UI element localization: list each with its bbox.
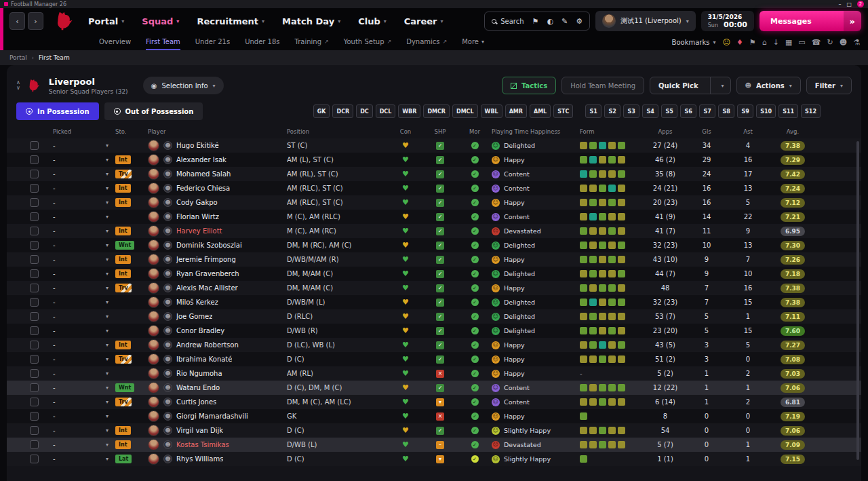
player-profile-icon[interactable]: ☻ (163, 198, 172, 207)
player-name[interactable]: Mohamed Salah (176, 170, 231, 178)
row-checkbox[interactable] (30, 184, 39, 193)
position-filter-amr[interactable]: AMR (505, 104, 527, 118)
player-name[interactable]: Wataru Endo (176, 384, 220, 391)
player-name[interactable]: Federico Chiesa (176, 185, 230, 192)
player-name[interactable]: Rio Ngumoha (176, 370, 222, 377)
player-profile-icon[interactable]: ☻ (163, 227, 172, 235)
liverpool-crest-icon[interactable] (52, 9, 79, 33)
manager-profile-icon[interactable]: ☺ (723, 38, 730, 47)
tactics-button[interactable]: Tactics (502, 77, 556, 94)
table-row[interactable]: -▾Int☻Kostas TsimikasD/WB (L)♥–✓☹Devasta… (7, 438, 861, 452)
row-checkbox[interactable] (30, 369, 39, 378)
player-profile-icon[interactable]: ☻ (163, 212, 172, 221)
forward-button[interactable]: › (28, 12, 43, 30)
table-row[interactable]: -▾☻Rio NgumohaAM (RL)♥×✓☺Happy-5 (2)127.… (7, 366, 861, 381)
table-row[interactable]: -▾☻Conor BradleyD/WB (R)♥✓✓☺Delighted23 … (7, 324, 861, 338)
filter-button[interactable]: Filter ▾ (806, 77, 852, 94)
position-filter-s5[interactable]: S5 (661, 104, 677, 118)
position-filter-dcl[interactable]: DCL (376, 104, 396, 118)
calendar-icon[interactable]: ▦ (785, 38, 792, 47)
position-filter-s10[interactable]: S10 (756, 104, 776, 118)
player-profile-icon[interactable]: ☻ (163, 155, 172, 164)
row-checkbox[interactable] (30, 212, 39, 221)
player-name[interactable]: Alexis Mac Allister (176, 284, 238, 292)
game-date[interactable]: 31/5/2026 Sun 00:00 (701, 11, 754, 31)
row-checkbox[interactable] (30, 269, 39, 278)
home-icon[interactable]: ⌂ (762, 38, 767, 47)
subnav-item-more[interactable]: More▾ (462, 34, 484, 50)
row-checkbox[interactable] (30, 383, 39, 392)
table-row[interactable]: -▾Trv☻Alexis Mac AllisterDM, M/AM (C)♥✓✓… (7, 281, 861, 295)
row-checkbox[interactable] (30, 398, 39, 406)
player-profile-icon[interactable]: ☻ (163, 255, 172, 264)
picked-dropdown[interactable]: -▾ (53, 313, 115, 320)
position-filter-s2[interactable]: S2 (604, 104, 620, 118)
col-header-sto[interactable]: Sto. (115, 128, 148, 135)
table-row[interactable]: -▾☻Joe GomezD (RLC)♥✓✓☺Delighted53 (7)51… (7, 309, 861, 324)
row-checkbox[interactable] (30, 241, 39, 250)
picked-dropdown[interactable]: -▾ (53, 284, 115, 292)
subnav-item-overview[interactable]: Overview (99, 34, 131, 50)
table-row[interactable]: -▾Lat☻Rhys WilliamsD (C)♥▾✓☺Slightly Hap… (7, 452, 861, 466)
row-checkbox[interactable] (30, 141, 39, 150)
subnav-item-dynamics[interactable]: Dynamics↗ (406, 34, 447, 50)
position-filter-s4[interactable]: S4 (642, 104, 658, 118)
tab-out-of-possession[interactable]: Out of Possession (104, 102, 203, 120)
picked-dropdown[interactable]: -▾ (53, 355, 115, 363)
player-name[interactable]: Ibrahima Konaté (176, 355, 232, 363)
subnav-item-training[interactable]: Training↗ (295, 34, 329, 50)
player-profile-icon[interactable]: ☻ (163, 455, 172, 463)
edit-icon[interactable]: ✎ (561, 17, 568, 26)
table-row[interactable]: -▾Int☻Ryan GravenberchDM, M/AM (C)♥✓✓☺De… (7, 267, 861, 281)
row-checkbox[interactable] (30, 355, 39, 364)
picked-dropdown[interactable]: -▾ (53, 270, 115, 277)
position-filter-wbr[interactable]: WBR (398, 104, 420, 118)
player-name[interactable]: Joe Gomez (176, 313, 212, 320)
col-header-apps[interactable]: Apps (644, 128, 686, 135)
picked-dropdown[interactable]: -▾ (53, 185, 115, 192)
row-checkbox[interactable] (30, 227, 39, 235)
player-profile-icon[interactable]: ☻ (163, 398, 172, 406)
table-row[interactable]: -▾Int☻Virgil van DijkD (C)♥✓✓☺Slightly H… (7, 423, 861, 438)
table-row[interactable]: -▾☻Giorgi MamardashviliGK♥×✓☺Happy8007.1… (7, 409, 861, 423)
quick-pick-button[interactable]: Quick Pick ▾ (650, 77, 730, 94)
bookmarks-dropdown[interactable]: Bookmarks ▾ (672, 39, 716, 46)
col-header-ast[interactable]: Ast (727, 128, 769, 135)
player-profile-icon[interactable]: ☻ (163, 284, 172, 292)
picked-dropdown[interactable]: -▾ (53, 370, 115, 377)
table-row[interactable]: -▾Trv☻Ibrahima KonatéD (C)♥✓✓☺Happy51 (2… (7, 352, 861, 366)
player-profile-icon[interactable]: ☻ (163, 141, 172, 150)
player-name[interactable]: Ryan Gravenberch (176, 270, 239, 277)
selection-info-dropdown[interactable]: ◉ Selection Info ▾ (143, 77, 224, 94)
menu-career[interactable]: Career▾ (404, 16, 443, 26)
position-filter-gk[interactable]: GK (313, 104, 330, 118)
menu-recruitment[interactable]: Recruitment▾ (197, 16, 264, 26)
table-row[interactable]: -▾Trv☻Curtis JonesDM, M (C), AM (LC)♥▾✓☺… (7, 395, 861, 409)
col-header-form[interactable]: Form (580, 128, 644, 135)
row-checkbox[interactable] (30, 312, 39, 321)
player-profile-icon[interactable]: ☻ (163, 326, 172, 335)
picked-dropdown[interactable]: -▾ (53, 341, 115, 349)
col-header-avg[interactable]: Avg. (769, 128, 816, 135)
position-filter-s1[interactable]: S1 (585, 104, 601, 118)
position-filter-dmcl[interactable]: DMCL (452, 104, 478, 118)
player-profile-icon[interactable]: ☻ (163, 383, 172, 392)
row-checkbox[interactable] (30, 455, 39, 463)
table-row[interactable]: -▾Int☻Andrew RobertsonD (LC), WB (L)♥✓✓☺… (7, 338, 861, 352)
row-checkbox[interactable] (30, 341, 39, 349)
player-name[interactable]: Rhys Williams (176, 455, 223, 463)
player-name[interactable]: Hugo Ekitiké (176, 142, 219, 149)
actions-button[interactable]: ☻ Actions ▾ (736, 77, 801, 94)
col-header-shp[interactable]: SHP (422, 128, 458, 135)
row-checkbox[interactable] (30, 412, 39, 421)
position-filter-s7[interactable]: S7 (699, 104, 715, 118)
player-profile-icon[interactable]: ☻ (163, 241, 172, 250)
picked-dropdown[interactable]: -▾ (53, 170, 115, 178)
row-checkbox[interactable] (30, 440, 39, 449)
menu-match-day[interactable]: Match Day▾ (282, 16, 340, 26)
col-header-con[interactable]: Con (389, 128, 422, 135)
player-name[interactable]: Harvey Elliott (176, 227, 222, 235)
menu-portal[interactable]: Portal▾ (88, 16, 124, 26)
row-checkbox[interactable] (30, 426, 39, 435)
position-filter-aml[interactable]: AML (530, 104, 551, 118)
